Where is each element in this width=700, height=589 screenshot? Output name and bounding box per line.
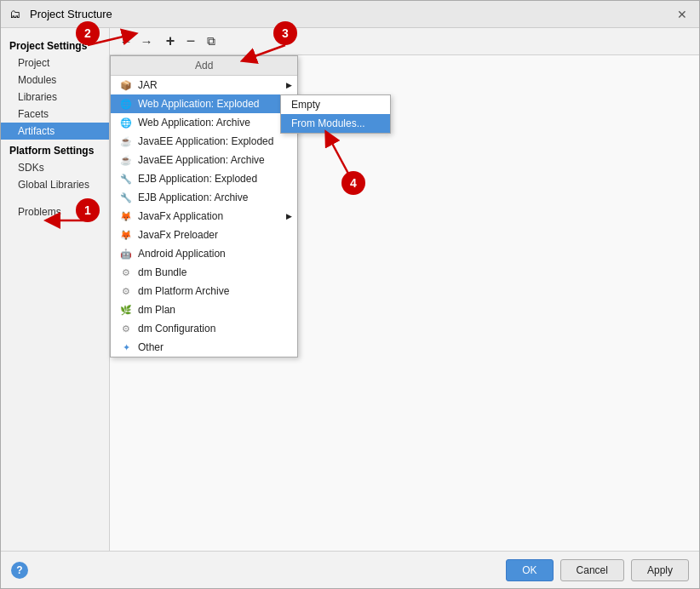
dropdown-header: Add: [111, 56, 297, 76]
nav-arrows: ← →: [117, 32, 156, 51]
sidebar-extra: Problems: [1, 203, 109, 220]
title-bar: 🗂 Project Structure ✕: [1, 1, 699, 28]
sidebar-item-global-libraries[interactable]: Global Libraries: [1, 176, 109, 193]
sidebar-item-libraries[interactable]: Libraries: [1, 89, 109, 106]
remove-button[interactable]: −: [181, 32, 200, 51]
dropdown-item-web-exploded-label: Web Application: Exploded: [138, 98, 260, 110]
javafx-icon: 🦊: [119, 209, 133, 223]
dm-bundle-icon: ⚙: [119, 266, 133, 279]
toolbar: ← → + − ⧉: [110, 28, 699, 55]
dropdown-item-javafx-preloader[interactable]: 🦊 JavaFx Preloader: [111, 226, 297, 244]
dropdown-item-javafx-label: JavaFx Application: [138, 210, 223, 222]
dropdown-item-android[interactable]: 🤖 Android Application: [111, 244, 297, 263]
dropdown-item-javafx-preloader-label: JavaFx Preloader: [138, 229, 218, 241]
dropdown-item-dm-bundle-label: dm Bundle: [138, 266, 186, 278]
sidebar-item-facets[interactable]: Facets: [1, 106, 109, 123]
dropdown-item-web-archive-label: Web Application: Archive: [138, 117, 250, 129]
close-button[interactable]: ✕: [674, 6, 691, 23]
apply-button[interactable]: Apply: [631, 559, 689, 581]
project-settings-label: Project Settings: [1, 35, 109, 54]
dropdown-item-android-label: Android Application: [138, 248, 226, 260]
dropdown-item-web-archive[interactable]: 🌐 Web Application: Archive: [111, 113, 297, 132]
submenu-container: Empty From Modules...: [280, 94, 391, 134]
sidebar-item-modules[interactable]: Modules: [1, 71, 109, 89]
dropdown-item-other-label: Other: [138, 341, 164, 353]
javaee-exploded-icon: ☕: [119, 134, 133, 148]
dm-config-icon: ⚙: [119, 322, 133, 335]
dm-plan-icon: 🌿: [119, 303, 133, 317]
sidebar-item-sdks[interactable]: SDKs: [1, 159, 109, 176]
dropdown-item-dm-platform-label: dm Platform Archive: [138, 285, 229, 297]
android-icon: 🤖: [119, 247, 133, 260]
dropdown-item-javaee-exploded[interactable]: ☕ JavaEE Application: Exploded: [111, 132, 297, 151]
bottom-bar: ? OK Cancel Apply: [1, 551, 699, 588]
dropdown-item-ejb-exploded-label: EJB Application: Exploded: [138, 173, 257, 185]
main-panel: ← → + − ⧉ Add 📦 JAR 🌐 Web Appli: [110, 28, 699, 551]
submenu-item-from-modules[interactable]: From Modules...: [281, 114, 390, 133]
ok-button[interactable]: OK: [506, 559, 553, 581]
dropdown-item-other[interactable]: ✦ Other: [111, 338, 297, 357]
submenu: Empty From Modules...: [280, 94, 391, 134]
add-dropdown-menu: Add 📦 JAR 🌐 Web Application: Exploded 🌐 …: [110, 55, 298, 357]
other-icon: ✦: [119, 340, 133, 354]
add-button[interactable]: +: [161, 32, 180, 51]
sidebar-item-project[interactable]: Project: [1, 54, 109, 71]
dropdown-item-ejb-archive[interactable]: 🔧 EJB Application: Archive: [111, 188, 297, 207]
dropdown-item-jar[interactable]: 📦 JAR: [111, 76, 297, 94]
cancel-button[interactable]: Cancel: [560, 559, 624, 581]
copy-button[interactable]: ⧉: [202, 32, 221, 51]
dropdown-item-dm-platform[interactable]: ⚙ dm Platform Archive: [111, 282, 297, 300]
project-structure-dialog: 🗂 Project Structure ✕ Project Settings P…: [0, 0, 700, 589]
dropdown-item-dm-config-label: dm Configuration: [138, 323, 215, 335]
main-content-area: Project Settings Project Modules Librari…: [1, 28, 699, 551]
javafx-preloader-icon: 🦊: [119, 228, 133, 242]
ejb-exploded-icon: 🔧: [119, 172, 133, 186]
submenu-item-empty[interactable]: Empty: [281, 95, 390, 114]
dropdown-item-web-exploded[interactable]: 🌐 Web Application: Exploded: [111, 94, 297, 113]
sidebar-item-artifacts[interactable]: Artifacts: [1, 123, 109, 140]
dm-platform-icon: ⚙: [119, 284, 133, 298]
add-dropdown-overlay: Add 📦 JAR 🌐 Web Application: Exploded 🌐 …: [110, 55, 298, 357]
dropdown-item-dm-config[interactable]: ⚙ dm Configuration: [111, 319, 297, 338]
dialog-title: Project Structure: [30, 8, 112, 20]
sidebar-item-problems[interactable]: Problems: [1, 203, 109, 220]
platform-settings-label: Platform Settings: [1, 140, 109, 159]
dropdown-item-ejb-archive-label: EJB Application: Archive: [138, 192, 248, 203]
dialog-icon: 🗂: [9, 8, 23, 21]
ejb-archive-icon: 🔧: [119, 191, 133, 204]
dropdown-item-javafx[interactable]: 🦊 JavaFx Application: [111, 207, 297, 226]
dropdown-item-jar-label: JAR: [138, 79, 158, 91]
dropdown-item-dm-bundle[interactable]: ⚙ dm Bundle: [111, 263, 297, 282]
dropdown-item-javaee-exploded-label: JavaEE Application: Exploded: [138, 135, 273, 147]
sidebar: Project Settings Project Modules Librari…: [1, 28, 110, 551]
dropdown-item-dm-plan[interactable]: 🌿 dm Plan: [111, 300, 297, 319]
dropdown-item-ejb-exploded[interactable]: 🔧 EJB Application: Exploded: [111, 169, 297, 188]
forward-button[interactable]: →: [137, 32, 156, 51]
javaee-archive-icon: ☕: [119, 153, 133, 167]
back-button[interactable]: ←: [117, 32, 135, 51]
dropdown-item-javaee-archive[interactable]: ☕ JavaEE Application: Archive: [111, 151, 297, 169]
web-archive-icon: 🌐: [119, 116, 133, 129]
title-bar-left: 🗂 Project Structure: [9, 8, 112, 21]
jar-icon: 📦: [119, 78, 133, 92]
help-button[interactable]: ?: [11, 562, 28, 579]
web-exploded-icon: 🌐: [119, 97, 133, 111]
dropdown-item-dm-plan-label: dm Plan: [138, 304, 175, 316]
dropdown-item-javaee-archive-label: JavaEE Application: Archive: [138, 154, 265, 166]
